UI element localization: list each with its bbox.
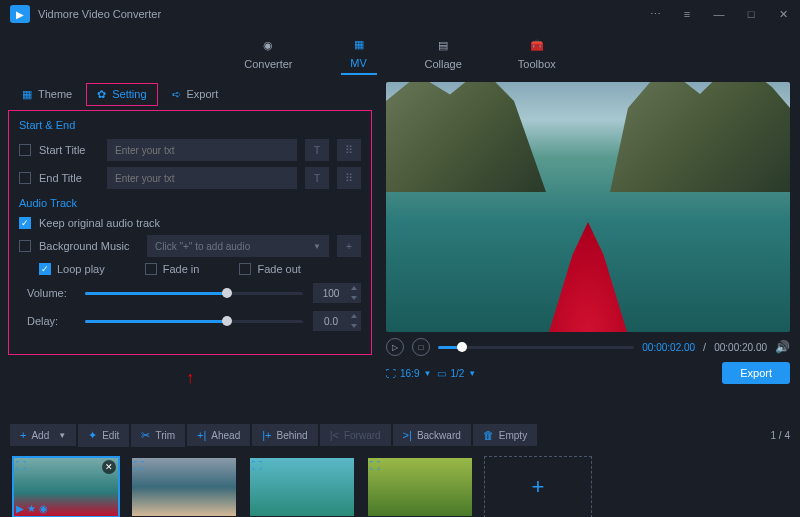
left-panel: ▦ Theme ✿ Setting ➪ Export Start & End S… [0, 78, 380, 418]
page-selector[interactable]: ▭ 1/2 ▼ [437, 368, 476, 379]
volume-icon[interactable]: 🔊 [775, 340, 790, 354]
loop-play-checkbox[interactable] [39, 263, 51, 275]
feedback-icon[interactable]: ⋯ [648, 7, 662, 21]
thumbnail-2[interactable]: ⛶ [130, 456, 238, 517]
delay-slider[interactable] [85, 320, 303, 323]
play-icon[interactable]: ▶ [16, 503, 24, 514]
bg-music-checkbox[interactable] [19, 240, 31, 252]
tab-label: Converter [244, 58, 292, 70]
fade-in-checkbox[interactable] [145, 263, 157, 275]
add-clip-button[interactable]: + [484, 456, 592, 517]
forward-button[interactable]: |<Forward [320, 424, 391, 446]
loop-play-label: Loop play [57, 263, 105, 275]
aspect-value: 16:9 [400, 368, 419, 379]
current-time: 00:00:02.00 [642, 342, 695, 353]
keep-original-checkbox[interactable] [19, 217, 31, 229]
toolbox-icon: 🧰 [527, 36, 547, 54]
aspect-ratio-selector[interactable]: ⛶ 16:9 ▼ [386, 368, 431, 379]
progress-slider[interactable] [438, 346, 634, 349]
volume-label: Volume: [27, 287, 75, 299]
export-button[interactable]: Export [722, 362, 790, 384]
remove-icon[interactable]: ✕ [102, 460, 116, 474]
bg-music-label: Background Music [39, 240, 139, 252]
collage-icon: ▤ [433, 36, 453, 54]
subtab-setting[interactable]: ✿ Setting [86, 83, 157, 106]
expand-icon[interactable]: ⛶ [370, 460, 380, 471]
settings-panel: Start & End Start Title T ⠿ End Title T … [8, 110, 372, 355]
fade-out-checkbox[interactable] [239, 263, 251, 275]
thumbnail-1[interactable]: ⛶ ✕ ▶★◉ [12, 456, 120, 517]
expand-icon[interactable]: ⛶ [252, 460, 262, 471]
add-audio-button[interactable]: + [337, 235, 361, 257]
end-title-input[interactable] [107, 167, 297, 189]
subtab-export[interactable]: ➪ Export [162, 84, 229, 105]
end-title-checkbox[interactable] [19, 172, 31, 184]
close-icon[interactable]: ✕ [776, 7, 790, 21]
backward-button[interactable]: >|Backward [393, 424, 471, 446]
dropdown-placeholder: Click "+" to add audio [155, 241, 250, 252]
gear-icon: ✿ [97, 88, 106, 101]
page-icon: ▭ [437, 368, 446, 379]
converter-icon: ◉ [258, 36, 278, 54]
trash-icon: 🗑 [483, 429, 494, 441]
stop-button[interactable]: □ [412, 338, 430, 356]
behind-icon: |+ [262, 429, 271, 441]
page-indicator: 1 / 4 [771, 430, 790, 441]
app-logo-icon: ▶ [10, 5, 30, 23]
right-panel: ▷ □ 00:00:02.00/00:00:20.00 🔊 ⛶ 16:9 ▼ ▭… [380, 78, 800, 418]
app-title: Vidmore Video Converter [38, 8, 648, 20]
play-button[interactable]: ▷ [386, 338, 404, 356]
ahead-button[interactable]: +|Ahead [187, 424, 250, 446]
tab-label: MV [350, 57, 367, 69]
edit-button[interactable]: ✦Edit [78, 424, 129, 447]
thumbnail-3[interactable]: ⛶ [248, 456, 356, 517]
loop-icon[interactable]: ◉ [39, 503, 48, 514]
chevron-down-icon: ▼ [468, 369, 476, 378]
total-time: 00:00:20.00 [714, 342, 767, 353]
subtab-theme[interactable]: ▦ Theme [12, 84, 82, 105]
bg-music-dropdown[interactable]: Click "+" to add audio ▼ [147, 235, 329, 257]
expand-icon[interactable]: ⛶ [16, 460, 26, 471]
mv-icon: ▦ [349, 35, 369, 53]
text-options-icon[interactable]: ⠿ [337, 139, 361, 161]
add-button[interactable]: +Add▼ [10, 424, 76, 446]
trim-button[interactable]: ✂Trim [131, 424, 185, 447]
theme-icon: ▦ [22, 88, 32, 101]
menu-icon[interactable]: ≡ [680, 7, 694, 21]
volume-slider[interactable] [85, 292, 303, 295]
tab-converter[interactable]: ◉ Converter [236, 32, 300, 74]
minimize-icon[interactable]: — [712, 7, 726, 21]
scissors-icon: ✂ [141, 429, 150, 442]
star-icon[interactable]: ★ [27, 503, 36, 514]
text-options-icon[interactable]: ⠿ [337, 167, 361, 189]
subtab-label: Export [187, 88, 219, 100]
delay-label: Delay: [27, 315, 75, 327]
chevron-down-icon: ▼ [423, 369, 431, 378]
fade-in-label: Fade in [163, 263, 200, 275]
start-title-label: Start Title [39, 144, 99, 156]
volume-spinner[interactable]: 100 [313, 283, 361, 303]
tab-label: Toolbox [518, 58, 556, 70]
maximize-icon[interactable]: □ [744, 7, 758, 21]
titlebar: ▶ Vidmore Video Converter ⋯ ≡ — □ ✕ [0, 0, 800, 28]
text-style-icon[interactable]: T [305, 167, 329, 189]
behind-button[interactable]: |+Behind [252, 424, 317, 446]
delay-spinner[interactable]: 0.0 [313, 311, 361, 331]
tab-collage[interactable]: ▤ Collage [417, 32, 470, 74]
start-title-checkbox[interactable] [19, 144, 31, 156]
tab-label: Collage [425, 58, 462, 70]
fade-out-label: Fade out [257, 263, 300, 275]
video-preview[interactable] [386, 82, 790, 332]
tab-toolbox[interactable]: 🧰 Toolbox [510, 32, 564, 74]
tab-mv[interactable]: ▦ MV [341, 31, 377, 75]
start-title-input[interactable] [107, 139, 297, 161]
thumbnail-4[interactable]: ⛶ [366, 456, 474, 517]
ahead-icon: +| [197, 429, 206, 441]
backward-icon: >| [403, 429, 412, 441]
chevron-down-icon: ▼ [313, 242, 321, 251]
expand-icon[interactable]: ⛶ [134, 460, 144, 471]
start-end-header: Start & End [19, 119, 361, 131]
empty-button[interactable]: 🗑Empty [473, 424, 537, 446]
text-style-icon[interactable]: T [305, 139, 329, 161]
clip-toolbar: +Add▼ ✦Edit ✂Trim +|Ahead |+Behind |<For… [0, 420, 800, 450]
